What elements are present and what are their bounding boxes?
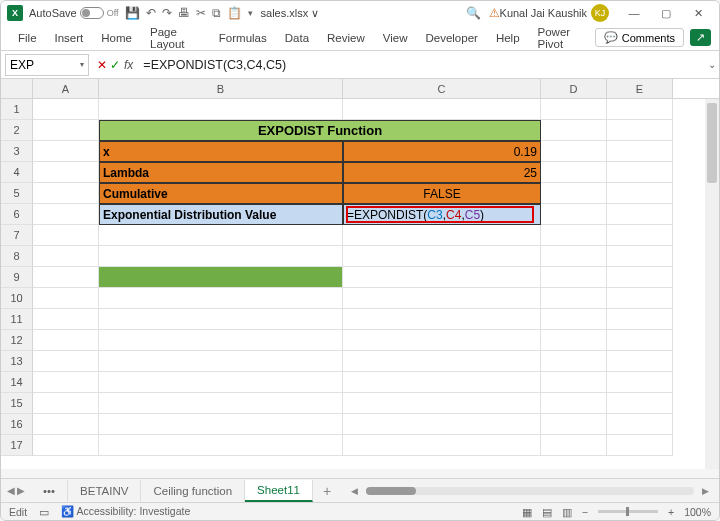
cell-b13[interactable] xyxy=(99,351,343,372)
autosave-toggle[interactable]: AutoSave Off xyxy=(29,7,119,19)
cell-e16[interactable] xyxy=(607,414,673,435)
cell-d17[interactable] xyxy=(541,435,607,456)
cell-b1[interactable] xyxy=(99,99,343,120)
comments-button[interactable]: 💬 Comments xyxy=(595,28,684,47)
cell-a7[interactable] xyxy=(33,225,99,246)
tab-formulas[interactable]: Formulas xyxy=(210,25,276,50)
tab-insert[interactable]: Insert xyxy=(46,25,93,50)
cell-a17[interactable] xyxy=(33,435,99,456)
row-header-12[interactable]: 12 xyxy=(1,330,33,351)
cell-e8[interactable] xyxy=(607,246,673,267)
vertical-scrollbar[interactable] xyxy=(705,99,719,469)
tab-power-pivot[interactable]: Power Pivot xyxy=(529,25,595,50)
cell-e10[interactable] xyxy=(607,288,673,309)
cell-d4[interactable] xyxy=(541,162,607,183)
search-icon[interactable]: 🔍 xyxy=(466,6,481,20)
tab-view[interactable]: View xyxy=(374,25,417,50)
row-header-7[interactable]: 7 xyxy=(1,225,33,246)
cell-e2[interactable] xyxy=(607,120,673,141)
tab-review[interactable]: Review xyxy=(318,25,374,50)
cell-b3[interactable]: x xyxy=(99,141,343,162)
row-header-1[interactable]: 1 xyxy=(1,99,33,120)
cell-b9[interactable] xyxy=(99,267,343,288)
qat-dropdown-icon[interactable]: ▾ xyxy=(248,9,253,18)
col-header-a[interactable]: A xyxy=(33,79,99,98)
cell-a4[interactable] xyxy=(33,162,99,183)
enter-formula-icon[interactable]: ✓ xyxy=(110,58,120,72)
cell-b11[interactable] xyxy=(99,309,343,330)
sheet-next-icon[interactable]: ▶ xyxy=(17,485,25,496)
cell-a3[interactable] xyxy=(33,141,99,162)
maximize-button[interactable]: ▢ xyxy=(651,3,681,23)
cell-e15[interactable] xyxy=(607,393,673,414)
cell-c14[interactable] xyxy=(343,372,541,393)
cell-c5[interactable]: FALSE xyxy=(343,183,541,204)
tab-file[interactable]: File xyxy=(9,25,46,50)
cell-a1[interactable] xyxy=(33,99,99,120)
horizontal-scrollbar[interactable]: ◀ ▶ xyxy=(341,486,719,496)
cell-c17[interactable] xyxy=(343,435,541,456)
name-box-dropdown-icon[interactable]: ▾ xyxy=(80,60,84,69)
cell-d14[interactable] xyxy=(541,372,607,393)
cell-d10[interactable] xyxy=(541,288,607,309)
cell-d12[interactable] xyxy=(541,330,607,351)
cell-a16[interactable] xyxy=(33,414,99,435)
sheet-tab-ceiling[interactable]: Ceiling function xyxy=(141,480,245,502)
autosave-switch-icon[interactable] xyxy=(80,7,104,19)
cell-b17[interactable] xyxy=(99,435,343,456)
zoom-slider[interactable] xyxy=(598,510,658,513)
tab-developer[interactable]: Developer xyxy=(416,25,486,50)
cell-d9[interactable] xyxy=(541,267,607,288)
sheet-tab-sheet11[interactable]: Sheet11 xyxy=(245,480,313,502)
cell-b14[interactable] xyxy=(99,372,343,393)
save-icon[interactable]: 💾 xyxy=(125,7,140,19)
stats-icon[interactable]: ▭ xyxy=(39,506,49,518)
cell-e4[interactable] xyxy=(607,162,673,183)
cell-d1[interactable] xyxy=(541,99,607,120)
copy-icon[interactable]: ⧉ xyxy=(212,7,221,19)
undo-icon[interactable]: ↶ xyxy=(146,7,156,19)
row-header-17[interactable]: 17 xyxy=(1,435,33,456)
col-header-e[interactable]: E xyxy=(607,79,673,98)
cell-a12[interactable] xyxy=(33,330,99,351)
row-header-15[interactable]: 15 xyxy=(1,393,33,414)
warning-icon[interactable]: ⚠ xyxy=(489,6,500,20)
row-header-8[interactable]: 8 xyxy=(1,246,33,267)
hscroll-left-icon[interactable]: ◀ xyxy=(351,486,358,496)
sheet-tab-more[interactable]: ••• xyxy=(31,480,68,502)
cell-d13[interactable] xyxy=(541,351,607,372)
view-normal-icon[interactable]: ▦ xyxy=(522,506,532,518)
minimize-button[interactable]: — xyxy=(619,3,649,23)
col-header-c[interactable]: C xyxy=(343,79,541,98)
cell-e6[interactable] xyxy=(607,204,673,225)
view-page-icon[interactable]: ▤ xyxy=(542,506,552,518)
cell-e3[interactable] xyxy=(607,141,673,162)
cell-b7[interactable] xyxy=(99,225,343,246)
name-box[interactable]: EXP ▾ xyxy=(5,54,89,76)
cell-e11[interactable] xyxy=(607,309,673,330)
cell-d6[interactable] xyxy=(541,204,607,225)
row-header-16[interactable]: 16 xyxy=(1,414,33,435)
cell-b12[interactable] xyxy=(99,330,343,351)
zoom-out-icon[interactable]: − xyxy=(582,506,588,518)
cell-b15[interactable] xyxy=(99,393,343,414)
cell-c12[interactable] xyxy=(343,330,541,351)
cancel-formula-icon[interactable]: ✕ xyxy=(97,58,107,72)
zoom-level[interactable]: 100% xyxy=(684,506,711,518)
view-break-icon[interactable]: ▥ xyxy=(562,506,572,518)
cell-c3[interactable]: 0.19 xyxy=(343,141,541,162)
cell-e5[interactable] xyxy=(607,183,673,204)
add-sheet-button[interactable]: + xyxy=(313,483,341,499)
hscroll-track[interactable] xyxy=(366,487,694,495)
cell-title[interactable]: EXPODIST Function xyxy=(99,120,541,141)
cell-b16[interactable] xyxy=(99,414,343,435)
cell-a13[interactable] xyxy=(33,351,99,372)
cell-b10[interactable] xyxy=(99,288,343,309)
fx-icon[interactable]: fx xyxy=(124,58,133,72)
col-header-b[interactable]: B xyxy=(99,79,343,98)
cell-c4[interactable]: 25 xyxy=(343,162,541,183)
cell-c11[interactable] xyxy=(343,309,541,330)
col-header-d[interactable]: D xyxy=(541,79,607,98)
row-header-11[interactable]: 11 xyxy=(1,309,33,330)
tab-page-layout[interactable]: Page Layout xyxy=(141,25,210,50)
